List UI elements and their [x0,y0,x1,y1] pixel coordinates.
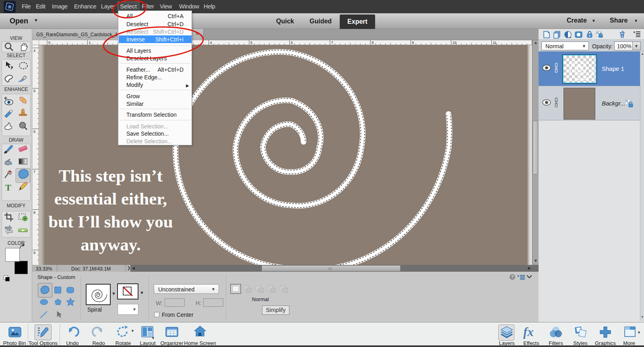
svg-text:7: 7 [331,41,333,45]
svg-text:5: 5 [33,89,35,93]
svg-text:6: 6 [33,130,35,134]
svg-text:1: 1 [89,41,91,45]
svg-text:8: 8 [372,41,374,45]
svg-text:7: 7 [33,170,35,174]
svg-text:10: 10 [452,41,456,45]
svg-text:0: 0 [48,41,50,45]
svg-text:T: T [5,182,11,192]
svg-text:4: 4 [210,41,212,45]
svg-text:8: 8 [33,211,35,215]
svg-text:9: 9 [412,41,414,45]
svg-text:4: 4 [33,49,35,53]
svg-text:6: 6 [291,41,293,45]
svg-text:5: 5 [250,41,252,45]
svg-text:11: 11 [493,41,496,45]
svg-text:9: 9 [33,251,35,255]
